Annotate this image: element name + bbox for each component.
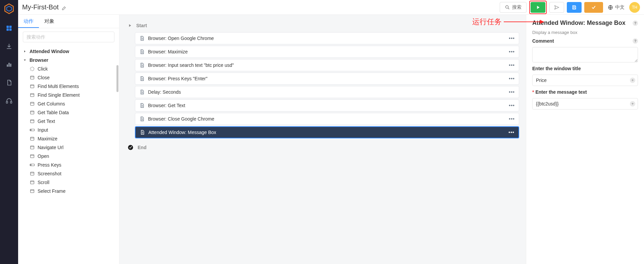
svg-rect-26	[31, 155, 34, 158]
step-menu-icon[interactable]: •••	[509, 76, 515, 81]
message-text-input[interactable]	[532, 98, 638, 109]
tree-leaf[interactable]: Scroll	[18, 178, 119, 187]
tree-leaf[interactable]: Get Text	[18, 117, 119, 126]
flow-start[interactable]: Start	[126, 20, 519, 31]
bot-title: My-First-Bot	[22, 3, 59, 11]
comment-textarea[interactable]	[532, 47, 638, 62]
confirm-button[interactable]	[584, 2, 603, 13]
document-icon	[139, 76, 145, 81]
search-label: 搜索	[512, 4, 522, 10]
flow-step[interactable]: Browser: Close Google Chrome•••	[135, 113, 519, 125]
window-title-label: Enter the window title	[532, 66, 581, 71]
flow-step-label: Browser: Open Google Chrome	[148, 36, 214, 41]
props-subtitle: Display a message box	[532, 30, 638, 35]
tree-leaf[interactable]: Get Columns	[18, 99, 119, 108]
tree-leaf[interactable]: Press Keys	[18, 161, 119, 169]
tree-leaf[interactable]: Click	[18, 64, 119, 73]
tree-leaf[interactable]: Open	[18, 152, 119, 161]
svg-rect-29	[31, 172, 34, 175]
tree-leaf[interactable]: Maximize	[18, 134, 119, 143]
svg-marker-0	[5, 4, 13, 14]
document-icon	[139, 49, 145, 54]
svg-rect-12	[573, 5, 575, 6]
step-menu-icon[interactable]: •••	[509, 36, 515, 41]
svg-rect-5	[9, 29, 12, 31]
tree-leaf-label: Scroll	[38, 180, 49, 185]
comment-help-icon[interactable]: ?	[633, 38, 638, 44]
search-button[interactable]: 搜索	[500, 2, 527, 13]
svg-marker-1	[7, 6, 11, 11]
step-menu-icon[interactable]: •••	[509, 62, 515, 68]
check-circle-icon	[128, 144, 134, 150]
tree-leaf[interactable]: Close	[18, 73, 119, 82]
svg-rect-17	[31, 85, 34, 88]
svg-rect-19	[31, 102, 34, 105]
tree-leaf[interactable]: Input	[18, 126, 119, 134]
tree-group[interactable]: Attended Window	[18, 47, 119, 56]
tree-leaf-label: Get Columns	[38, 101, 65, 106]
step-menu-icon[interactable]: •••	[509, 116, 515, 122]
flow-step-label: Browser: Press Keys "Enter"	[148, 76, 207, 81]
caret-right-icon	[128, 23, 132, 28]
sidebar-scrollbar[interactable]	[116, 65, 118, 92]
rail-dashboard[interactable]	[0, 20, 18, 36]
document-icon	[140, 130, 145, 135]
flow-step-label: Browser: Get Text	[148, 103, 185, 108]
flow-end[interactable]: End	[126, 140, 519, 152]
action-search-input[interactable]	[23, 32, 114, 42]
flow-step-label: Delay: Seconds	[148, 89, 181, 95]
flow-step[interactable]: Browser: Open Google Chrome•••	[135, 32, 519, 44]
flow-step[interactable]: Browser: Maximize•••	[135, 46, 519, 58]
step-menu-icon[interactable]: •••	[509, 89, 515, 95]
svg-rect-30	[31, 181, 34, 184]
svg-rect-24	[31, 137, 34, 140]
svg-rect-9	[6, 101, 8, 103]
rail-download[interactable]	[0, 38, 18, 54]
window-title-add-icon[interactable]: +	[630, 78, 635, 83]
tree-leaf[interactable]: Get Table Data	[18, 108, 119, 117]
tab-actions[interactable]: 动作	[18, 15, 39, 28]
window-title-input[interactable]	[532, 75, 638, 86]
run-button-highlight	[529, 1, 547, 14]
tree-leaf[interactable]: Screenshot	[18, 169, 119, 178]
tree-leaf[interactable]: Navigate Url	[18, 143, 119, 152]
svg-rect-7	[8, 63, 9, 67]
rail-docs[interactable]	[0, 75, 18, 91]
tree-leaf-label: Open	[38, 153, 49, 159]
svg-rect-20	[31, 111, 34, 114]
props-title-help-icon[interactable]: ?	[633, 20, 638, 26]
step-menu-icon[interactable]: •••	[508, 130, 514, 135]
rail-support[interactable]	[0, 93, 18, 109]
tree-leaf-label: Get Table Data	[38, 110, 69, 115]
flow-step[interactable]: Browser: Input search text "btc price us…	[135, 59, 519, 71]
flow-step[interactable]: Delay: Seconds•••	[135, 86, 519, 98]
send-button[interactable]	[549, 2, 564, 13]
svg-rect-4	[7, 29, 9, 31]
user-avatar[interactable]: TH	[629, 2, 640, 13]
tree-leaf[interactable]: Find Single Element	[18, 91, 119, 99]
save-button[interactable]	[567, 2, 582, 13]
tree-leaf[interactable]: Find Multi Elements	[18, 82, 119, 91]
flow-step[interactable]: Browser: Get Text•••	[135, 99, 519, 112]
step-menu-icon[interactable]: •••	[509, 49, 515, 54]
tree-leaf-label: Find Single Element	[38, 92, 80, 98]
tree-leaf[interactable]: Select Frame	[18, 187, 119, 195]
run-button[interactable]	[531, 2, 545, 13]
svg-rect-13	[573, 7, 575, 9]
svg-point-11	[506, 5, 508, 8]
required-marker: *	[532, 89, 534, 95]
message-text-add-icon[interactable]: +	[630, 101, 635, 106]
tab-objects[interactable]: 对象	[39, 15, 60, 28]
tree-leaf-label: Input	[38, 127, 48, 133]
step-menu-icon[interactable]: •••	[509, 103, 515, 108]
language-switch[interactable]: 中文	[606, 4, 627, 10]
avatar-initials: TH	[632, 5, 637, 10]
document-icon	[139, 116, 145, 122]
edit-title-icon[interactable]	[61, 5, 67, 10]
tree-group[interactable]: Browser	[18, 56, 119, 64]
tree-group-label: Browser	[30, 57, 48, 63]
flow-step[interactable]: Attended Window: Message Box•••	[135, 126, 519, 138]
flow-step[interactable]: Browser: Press Keys "Enter"•••	[135, 73, 519, 85]
tree-leaf-label: Close	[38, 75, 50, 80]
rail-stats[interactable]	[0, 56, 18, 73]
